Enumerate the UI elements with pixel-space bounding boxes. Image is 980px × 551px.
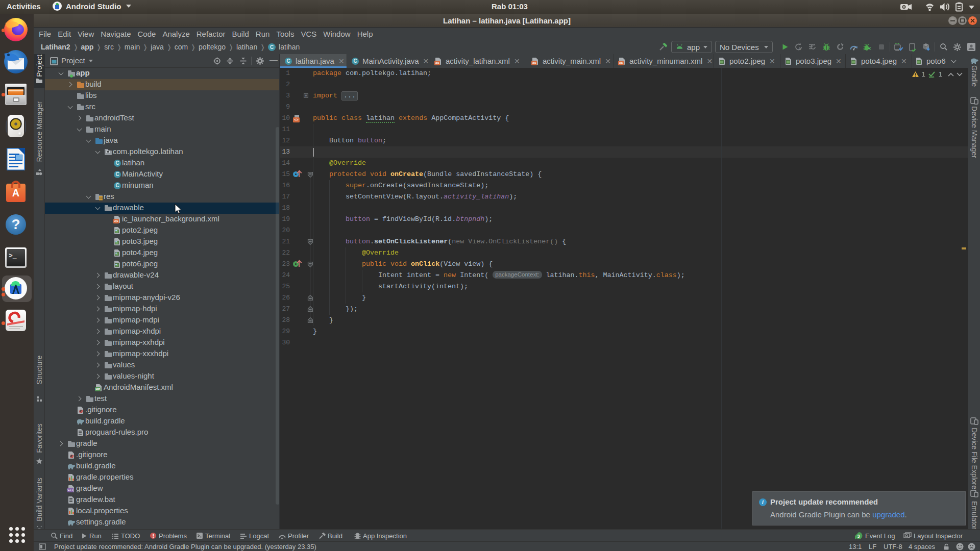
svg-text:A: A bbox=[798, 47, 801, 51]
svg-text:3: 3 bbox=[857, 534, 860, 539]
